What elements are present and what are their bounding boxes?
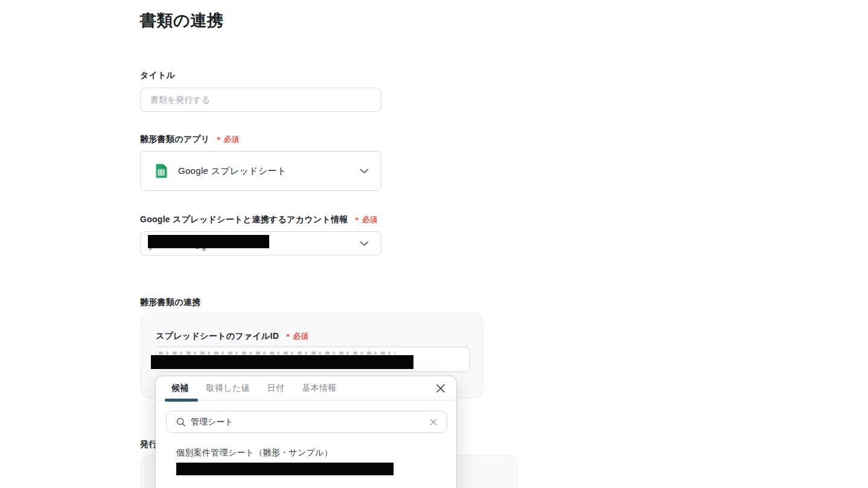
candidate-search-box <box>166 411 447 433</box>
file-id-label: スプレッドシートのファイルID <box>156 331 279 342</box>
title-field-label: タイトル <box>140 70 175 81</box>
chevron-down-icon <box>360 241 369 246</box>
required-text: 必須 <box>224 135 240 145</box>
account-field-label-row: Google スプレッドシートと連携するアカウント情報 ＊ 必須 <box>140 214 377 225</box>
tab-date[interactable]: 日付 <box>267 383 285 394</box>
required-text: 必須 <box>293 332 308 342</box>
page-title: 書類の連携 <box>140 10 223 31</box>
search-icon <box>176 417 186 427</box>
redacted-text-remnant: y <box>149 248 155 252</box>
tab-retrieved-values[interactable]: 取得した値 <box>206 383 250 394</box>
required-badge: ＊ 必須 <box>354 215 378 225</box>
candidate-picker-popup: 候補 取得した値 日付 基本情報 <box>155 376 457 488</box>
app-field-label: 雛形書類のアプリ <box>140 134 210 145</box>
app-field-label-row: 雛形書類のアプリ ＊ 必須 <box>140 134 239 145</box>
title-input-wrap <box>140 88 381 112</box>
document-link-settings-page: 書類の連携 タイトル 雛形書類のアプリ ＊ 必須 Google スプレッ <box>0 0 868 488</box>
required-star: ＊ <box>284 332 292 342</box>
account-field-label: Google スプレッドシートと連携するアカウント情報 <box>140 214 348 225</box>
candidate-result-redaction-bar <box>176 463 394 475</box>
search-input[interactable] <box>191 417 429 427</box>
required-star: ＊ <box>215 135 223 145</box>
google-sheets-icon <box>153 162 170 179</box>
required-star: ＊ <box>354 215 361 225</box>
account-select[interactable]: y ＠g <box>140 231 381 255</box>
clear-search-icon[interactable] <box>429 417 438 427</box>
popup-tab-row: 候補 取得した値 日付 基本情報 <box>156 376 456 400</box>
template-section-label: 雛形書類の連携 <box>140 297 200 308</box>
candidate-result-title: 個別案件管理シート（雛形・サンプル） <box>176 448 442 458</box>
redacted-text-remnant <box>159 352 395 355</box>
required-text: 必須 <box>362 215 378 225</box>
app-select[interactable]: Google スプレッドシート <box>140 151 381 191</box>
tab-candidates[interactable]: 候補 <box>171 383 189 394</box>
chevron-down-icon <box>360 169 369 174</box>
file-id-redaction-bar <box>151 355 413 369</box>
title-input[interactable] <box>140 88 381 112</box>
close-icon[interactable] <box>435 382 447 394</box>
file-id-label-row: スプレッドシートのファイルID ＊ 必須 <box>156 331 308 342</box>
redacted-text-remnant: ＠g <box>194 248 209 252</box>
tab-basic-info[interactable]: 基本情報 <box>302 383 336 394</box>
active-tab-underline <box>165 399 198 402</box>
required-badge: ＊ 必須 <box>215 135 240 145</box>
app-select-value: Google スプレッドシート <box>178 165 287 177</box>
required-badge: ＊ 必須 <box>284 332 308 342</box>
account-value-redaction-bar <box>148 235 269 248</box>
candidate-result-item[interactable]: 個別案件管理シート（雛形・サンプル） <box>176 448 442 475</box>
